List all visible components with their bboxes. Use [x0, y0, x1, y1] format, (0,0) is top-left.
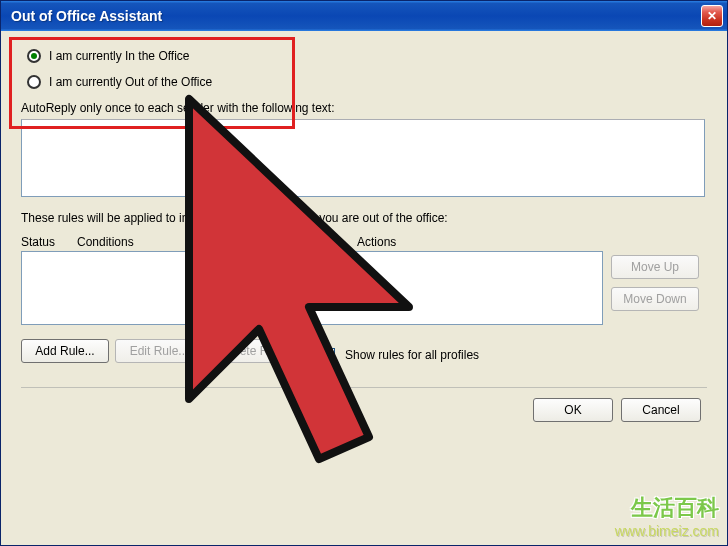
- column-actions: Actions: [357, 235, 603, 249]
- checkmark-icon: ✔: [323, 349, 333, 361]
- dialog-content: I am currently In the Office I am curren…: [1, 31, 727, 442]
- rules-label: These rules will be applied to incoming …: [21, 211, 707, 225]
- divider: [21, 387, 707, 388]
- move-up-button[interactable]: Move Up: [611, 255, 699, 279]
- window-title: Out of Office Assistant: [11, 8, 162, 24]
- dialog-window: Out of Office Assistant ✕ I am currently…: [0, 0, 728, 546]
- ok-button[interactable]: OK: [533, 398, 613, 422]
- column-conditions: Conditions: [77, 235, 357, 249]
- delete-rule-button[interactable]: Delete Rule: [209, 339, 297, 363]
- rules-list-headers: Status Conditions Actions: [21, 235, 603, 249]
- autoreply-label: AutoReply only once to each sender with …: [21, 101, 707, 115]
- edit-rule-button[interactable]: Edit Rule...: [115, 339, 203, 363]
- radio-out-office[interactable]: I am currently Out of the Office: [27, 75, 707, 89]
- cancel-button[interactable]: Cancel: [621, 398, 701, 422]
- watermark-text-2: www.bimeiz.com: [615, 523, 719, 539]
- watermark-text-1: 生活百科: [615, 493, 719, 523]
- autoreply-textarea[interactable]: [21, 119, 705, 197]
- radio-in-office[interactable]: I am currently In the Office: [27, 49, 707, 63]
- show-rules-label: Show rules for all profiles: [345, 348, 479, 362]
- radio-icon: [27, 49, 41, 63]
- show-rules-checkbox[interactable]: ✔: [321, 348, 335, 362]
- radio-in-office-label: I am currently In the Office: [49, 49, 190, 63]
- title-bar: Out of Office Assistant ✕: [1, 1, 727, 31]
- radio-out-office-label: I am currently Out of the Office: [49, 75, 212, 89]
- rules-listbox[interactable]: [21, 251, 603, 325]
- close-button[interactable]: ✕: [701, 5, 723, 27]
- radio-icon: [27, 75, 41, 89]
- add-rule-button[interactable]: Add Rule...: [21, 339, 109, 363]
- close-icon: ✕: [707, 9, 717, 23]
- column-status: Status: [21, 235, 77, 249]
- move-down-button[interactable]: Move Down: [611, 287, 699, 311]
- watermark: 生活百科 www.bimeiz.com: [615, 493, 719, 539]
